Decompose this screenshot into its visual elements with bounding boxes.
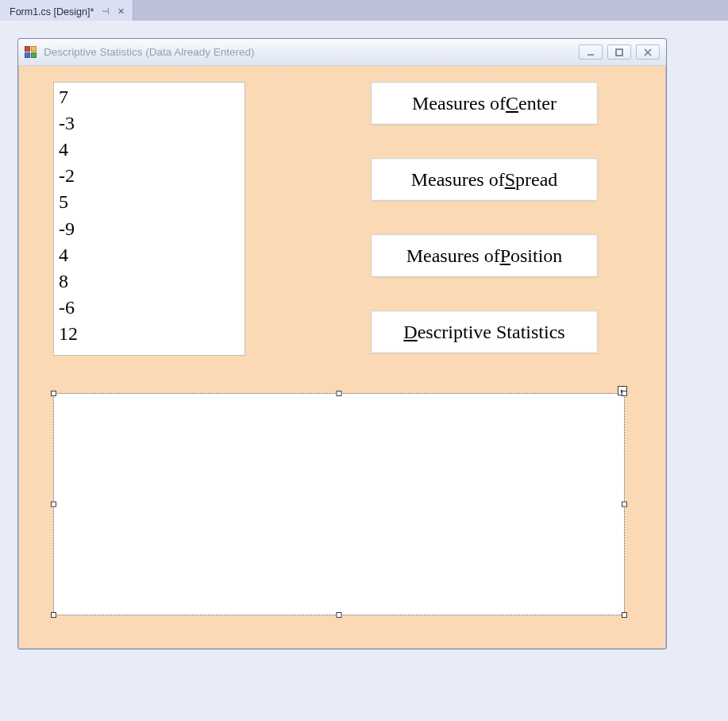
resize-handle-tl[interactable] — [51, 391, 56, 396]
resize-handle-bm[interactable] — [337, 612, 342, 618]
output-textbox[interactable] — [53, 393, 625, 615]
ide-tab-label: Form1.cs [Design]* — [10, 6, 94, 17]
button-label-pre: Measures of — [412, 93, 506, 114]
ide-tabstrip: Form1.cs [Design]* ⊣ ✕ — [0, 0, 728, 21]
measures-of-center-button[interactable]: Measures of Center — [371, 82, 598, 125]
button-label-post: enter — [518, 93, 557, 114]
list-item[interactable]: -2 — [59, 163, 240, 189]
pin-icon[interactable]: ⊣ — [102, 6, 110, 17]
list-item[interactable]: -9 — [59, 216, 240, 242]
button-label-pre: Measures of — [411, 169, 505, 191]
list-item[interactable]: 4 — [59, 242, 240, 268]
winform-titlebar[interactable]: Descriptive Statistics (Data Already Ent… — [18, 39, 666, 66]
list-item[interactable]: -6 — [59, 295, 240, 321]
resize-handle-bl[interactable] — [51, 612, 56, 618]
button-label-mnemonic: P — [500, 245, 510, 267]
list-item[interactable]: 5 — [59, 189, 240, 215]
winform-window[interactable]: Descriptive Statistics (Data Already Ent… — [17, 38, 667, 650]
minimize-icon[interactable] — [579, 44, 603, 60]
button-label-post: pread — [515, 169, 557, 191]
button-label-post: osition — [510, 245, 562, 267]
close-window-icon[interactable] — [636, 44, 660, 60]
list-item[interactable]: 8 — [59, 268, 240, 295]
winform-window-controls — [579, 44, 660, 60]
winform-app-icon — [25, 46, 37, 59]
button-label-mnemonic: S — [505, 169, 515, 191]
resize-handle-br[interactable] — [622, 612, 627, 618]
measures-of-spread-button[interactable]: Measures of Spread — [371, 158, 598, 201]
designer-surface[interactable]: Descriptive Statistics (Data Already Ent… — [0, 21, 728, 721]
measures-of-position-button[interactable]: Measures of Position — [371, 234, 598, 277]
resize-handle-tm[interactable] — [337, 391, 342, 396]
list-item[interactable]: 4 — [59, 137, 240, 163]
button-label-post: escriptive Statistics — [418, 322, 565, 343]
winform-title: Descriptive Statistics (Data Already Ent… — [44, 46, 579, 58]
data-listbox[interactable]: 7-34-25-948-612 — [53, 82, 245, 356]
button-label-pre: Measures of — [406, 245, 500, 267]
list-item[interactable]: 12 — [59, 321, 240, 347]
ide-tab-form1-design[interactable]: Form1.cs [Design]* ⊣ ✕ — [0, 0, 133, 21]
maximize-icon[interactable] — [607, 44, 631, 60]
svg-rect-1 — [616, 49, 622, 56]
close-icon[interactable]: ✕ — [117, 6, 125, 17]
resize-handle-mr[interactable] — [622, 502, 627, 507]
winform-client-area[interactable]: 7-34-25-948-612 Measures of Center Measu… — [23, 71, 661, 644]
resize-handle-ml[interactable] — [51, 502, 56, 507]
button-label-mnemonic: C — [506, 93, 518, 114]
list-item[interactable]: 7 — [59, 84, 240, 110]
list-item[interactable]: -3 — [59, 110, 240, 137]
resize-handle-tr[interactable] — [622, 391, 627, 396]
button-label-mnemonic: D — [403, 322, 417, 343]
descriptive-statistics-button[interactable]: Descriptive Statistics — [371, 310, 598, 353]
